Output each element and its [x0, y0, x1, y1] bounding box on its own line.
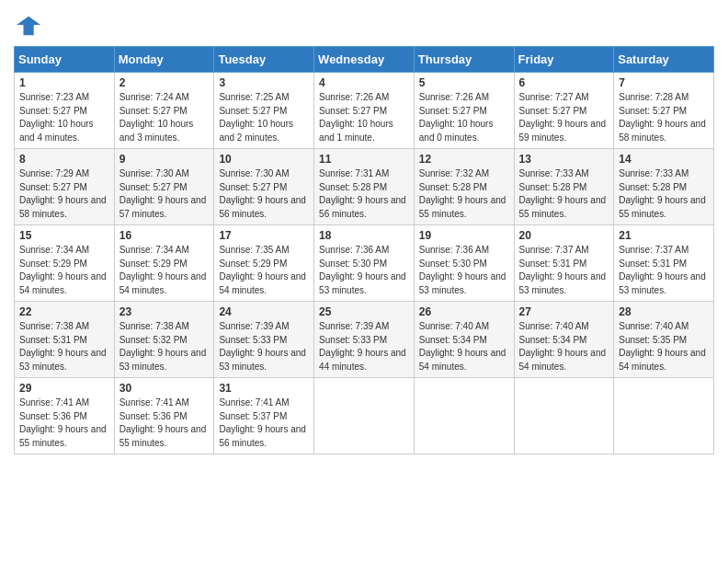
week-row-3: 15 Sunrise: 7:34 AMSunset: 5:29 PMDaylig… [15, 225, 714, 302]
weekday-header-monday: Monday [114, 47, 214, 73]
calendar-cell: 1 Sunrise: 7:23 AMSunset: 5:27 PMDayligh… [15, 73, 115, 149]
day-info: Sunrise: 7:32 AMSunset: 5:28 PMDaylight:… [419, 168, 506, 219]
calendar-cell: 5 Sunrise: 7:26 AMSunset: 5:27 PMDayligh… [414, 73, 514, 149]
calendar-cell: 17 Sunrise: 7:35 AMSunset: 5:29 PMDaylig… [214, 225, 314, 302]
day-number: 2 [119, 76, 210, 89]
calendar-cell: 13 Sunrise: 7:33 AMSunset: 5:28 PMDaylig… [514, 149, 614, 225]
calendar-cell: 27 Sunrise: 7:40 AMSunset: 5:34 PMDaylig… [514, 302, 614, 378]
day-info: Sunrise: 7:26 AMSunset: 5:27 PMDaylight:… [319, 92, 393, 143]
day-number: 24 [219, 305, 309, 318]
day-info: Sunrise: 7:25 AMSunset: 5:27 PMDaylight:… [219, 92, 293, 143]
day-number: 28 [619, 305, 709, 318]
calendar-cell: 9 Sunrise: 7:30 AMSunset: 5:27 PMDayligh… [114, 149, 214, 225]
day-info: Sunrise: 7:40 AMSunset: 5:34 PMDaylight:… [419, 321, 506, 372]
day-number: 7 [619, 76, 709, 89]
day-number: 16 [119, 229, 210, 242]
day-number: 29 [19, 382, 109, 395]
day-number: 12 [419, 153, 509, 166]
calendar-cell: 22 Sunrise: 7:38 AMSunset: 5:31 PMDaylig… [15, 302, 115, 378]
day-info: Sunrise: 7:34 AMSunset: 5:29 PMDaylight:… [19, 245, 107, 295]
day-number: 14 [619, 153, 709, 166]
day-number: 23 [119, 305, 210, 318]
calendar-cell: 18 Sunrise: 7:36 AMSunset: 5:30 PMDaylig… [314, 225, 415, 302]
day-number: 18 [319, 229, 409, 242]
calendar-cell: 26 Sunrise: 7:40 AMSunset: 5:34 PMDaylig… [414, 302, 514, 378]
logo [14, 13, 42, 39]
day-number: 9 [119, 153, 210, 166]
calendar-cell [514, 378, 614, 454]
day-number: 21 [619, 229, 709, 242]
calendar-cell: 23 Sunrise: 7:38 AMSunset: 5:32 PMDaylig… [114, 302, 214, 378]
day-number: 31 [219, 382, 309, 395]
day-info: Sunrise: 7:40 AMSunset: 5:35 PMDaylight:… [619, 321, 706, 372]
weekday-header-thursday: Thursday [414, 47, 514, 73]
day-number: 22 [19, 305, 109, 318]
calendar-cell: 31 Sunrise: 7:41 AMSunset: 5:37 PMDaylig… [214, 378, 314, 454]
day-info: Sunrise: 7:40 AMSunset: 5:34 PMDaylight:… [519, 321, 607, 372]
day-info: Sunrise: 7:38 AMSunset: 5:31 PMDaylight:… [19, 321, 107, 372]
day-info: Sunrise: 7:41 AMSunset: 5:37 PMDaylight:… [219, 397, 306, 448]
day-info: Sunrise: 7:39 AMSunset: 5:33 PMDaylight:… [319, 321, 406, 372]
day-info: Sunrise: 7:33 AMSunset: 5:28 PMDaylight:… [619, 168, 706, 219]
day-number: 10 [219, 153, 309, 166]
day-number: 1 [19, 76, 109, 89]
calendar-cell: 15 Sunrise: 7:34 AMSunset: 5:29 PMDaylig… [15, 225, 115, 302]
day-number: 3 [219, 76, 309, 89]
calendar-cell [414, 378, 514, 454]
day-number: 26 [419, 305, 509, 318]
day-info: Sunrise: 7:30 AMSunset: 5:27 PMDaylight:… [219, 168, 306, 219]
day-info: Sunrise: 7:38 AMSunset: 5:32 PMDaylight:… [119, 321, 207, 372]
day-info: Sunrise: 7:24 AMSunset: 5:27 PMDaylight:… [119, 92, 194, 143]
day-info: Sunrise: 7:39 AMSunset: 5:33 PMDaylight:… [219, 321, 306, 372]
week-row-5: 29 Sunrise: 7:41 AMSunset: 5:36 PMDaylig… [15, 378, 714, 454]
day-number: 4 [319, 76, 409, 89]
day-info: Sunrise: 7:31 AMSunset: 5:28 PMDaylight:… [319, 168, 406, 219]
day-number: 27 [519, 305, 609, 318]
calendar-cell: 21 Sunrise: 7:37 AMSunset: 5:31 PMDaylig… [614, 225, 714, 302]
day-number: 25 [319, 305, 409, 318]
calendar-cell: 29 Sunrise: 7:41 AMSunset: 5:36 PMDaylig… [15, 378, 115, 454]
calendar-table: SundayMondayTuesdayWednesdayThursdayFrid… [14, 46, 714, 454]
calendar-cell: 10 Sunrise: 7:30 AMSunset: 5:27 PMDaylig… [214, 149, 314, 225]
day-number: 8 [19, 153, 109, 166]
calendar-cell: 14 Sunrise: 7:33 AMSunset: 5:28 PMDaylig… [614, 149, 714, 225]
day-number: 30 [119, 382, 210, 395]
calendar-cell [614, 378, 714, 454]
calendar-cell: 2 Sunrise: 7:24 AMSunset: 5:27 PMDayligh… [114, 73, 214, 149]
calendar-cell: 19 Sunrise: 7:36 AMSunset: 5:30 PMDaylig… [414, 225, 514, 302]
calendar-cell: 16 Sunrise: 7:34 AMSunset: 5:29 PMDaylig… [114, 225, 214, 302]
calendar-cell: 7 Sunrise: 7:28 AMSunset: 5:27 PMDayligh… [614, 73, 714, 149]
day-number: 20 [519, 229, 609, 242]
day-number: 17 [219, 229, 309, 242]
calendar-cell: 28 Sunrise: 7:40 AMSunset: 5:35 PMDaylig… [614, 302, 714, 378]
day-info: Sunrise: 7:33 AMSunset: 5:28 PMDaylight:… [519, 168, 607, 219]
weekday-header-row: SundayMondayTuesdayWednesdayThursdayFrid… [15, 47, 714, 73]
day-info: Sunrise: 7:29 AMSunset: 5:27 PMDaylight:… [19, 168, 107, 219]
day-info: Sunrise: 7:36 AMSunset: 5:30 PMDaylight:… [319, 245, 406, 295]
day-number: 5 [419, 76, 509, 89]
day-info: Sunrise: 7:36 AMSunset: 5:30 PMDaylight:… [419, 245, 506, 295]
day-number: 6 [519, 76, 609, 89]
calendar-cell: 12 Sunrise: 7:32 AMSunset: 5:28 PMDaylig… [414, 149, 514, 225]
day-info: Sunrise: 7:23 AMSunset: 5:27 PMDaylight:… [19, 92, 94, 143]
header [14, 9, 714, 39]
calendar-cell: 3 Sunrise: 7:25 AMSunset: 5:27 PMDayligh… [214, 73, 314, 149]
day-number: 15 [19, 229, 109, 242]
week-row-4: 22 Sunrise: 7:38 AMSunset: 5:31 PMDaylig… [15, 302, 714, 378]
week-row-1: 1 Sunrise: 7:23 AMSunset: 5:27 PMDayligh… [15, 73, 714, 149]
calendar-cell: 11 Sunrise: 7:31 AMSunset: 5:28 PMDaylig… [314, 149, 415, 225]
calendar-body: 1 Sunrise: 7:23 AMSunset: 5:27 PMDayligh… [15, 73, 714, 454]
day-info: Sunrise: 7:28 AMSunset: 5:27 PMDaylight:… [619, 92, 706, 143]
day-info: Sunrise: 7:27 AMSunset: 5:27 PMDaylight:… [519, 92, 607, 143]
day-info: Sunrise: 7:30 AMSunset: 5:27 PMDaylight:… [119, 168, 207, 219]
svg-marker-0 [17, 17, 40, 36]
logo-icon [17, 13, 42, 39]
calendar-cell: 6 Sunrise: 7:27 AMSunset: 5:27 PMDayligh… [514, 73, 614, 149]
weekday-header-wednesday: Wednesday [314, 47, 415, 73]
weekday-header-sunday: Sunday [15, 47, 115, 73]
weekday-header-friday: Friday [514, 47, 614, 73]
day-number: 13 [519, 153, 609, 166]
day-info: Sunrise: 7:37 AMSunset: 5:31 PMDaylight:… [619, 245, 706, 295]
week-row-2: 8 Sunrise: 7:29 AMSunset: 5:27 PMDayligh… [15, 149, 714, 225]
day-number: 19 [419, 229, 509, 242]
